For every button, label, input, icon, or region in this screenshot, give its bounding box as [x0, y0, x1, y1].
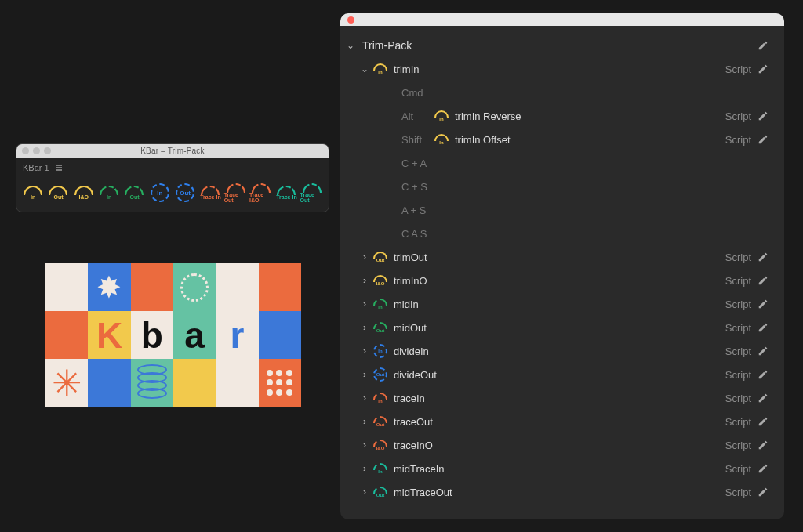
kbar-titlebar[interactable]: KBar – Trim-Pack: [16, 144, 329, 158]
tree-item-label: midTraceOut: [394, 487, 452, 498]
type-label: Script: [725, 346, 751, 357]
type-label: Script: [725, 63, 751, 75]
settings-titlebar[interactable]: [340, 13, 784, 26]
type-label: Script: [725, 369, 751, 381]
chevron-right-icon[interactable]: ›: [358, 440, 372, 451]
edit-icon[interactable]: [758, 134, 768, 145]
tree-item-label: trimOut: [394, 252, 427, 263]
kbar-btn-trimIn[interactable]: In: [21, 180, 45, 205]
edit-icon[interactable]: [758, 322, 768, 333]
tree-item[interactable]: ›InmidInScript: [343, 292, 776, 316]
kbar-btn-midOut[interactable]: Out: [122, 180, 146, 205]
kbar-btn-traceIn[interactable]: Trace In: [198, 180, 222, 205]
kbar-btn-midTraceIn[interactable]: Trace In: [274, 180, 298, 205]
settings-tree: ⌄ Trim-Pack ⌄ In trimIn Script Cmd Alt I…: [340, 26, 784, 512]
script-icon: I&O: [373, 438, 387, 452]
close-icon[interactable]: [347, 16, 354, 24]
kbar-button-strip: InOutI&OInOutInOutTrace InTrace OutTrace…: [16, 177, 329, 212]
kbar-title-text: KBar – Trim-Pack: [140, 147, 205, 155]
script-icon: In: [373, 391, 387, 405]
type-label: Script: [725, 463, 751, 475]
tree-item-label: midTraceIn: [394, 463, 445, 475]
tree-item-label: midOut: [394, 322, 427, 334]
kbar-tab[interactable]: KBar 1: [23, 163, 49, 172]
edit-icon[interactable]: [758, 463, 768, 474]
edit-icon[interactable]: [758, 63, 768, 74]
chevron-right-icon[interactable]: ›: [358, 275, 372, 286]
tree-item[interactable]: ›InmidTraceInScript: [343, 457, 776, 480]
kbar-btn-midTraceOut[interactable]: Trace Out: [300, 180, 324, 205]
tree-item-label: traceInO: [394, 440, 433, 451]
chevron-right-icon[interactable]: ›: [358, 299, 372, 309]
script-icon: In: [373, 297, 387, 311]
chevron-right-icon[interactable]: ›: [358, 369, 372, 380]
script-icon: I&O: [373, 273, 387, 288]
tree-item[interactable]: ›IntraceInScript: [343, 386, 776, 410]
tree-item[interactable]: ›OutdivideOutScript: [343, 363, 776, 386]
type-label: Script: [725, 299, 751, 310]
script-icon: Out: [373, 320, 387, 335]
chevron-right-icon[interactable]: ›: [358, 393, 372, 404]
kbar-btn-midIn[interactable]: In: [97, 180, 121, 205]
modifier-ca-row[interactable]: C + A: [343, 151, 776, 175]
chevron-right-icon[interactable]: ›: [358, 463, 372, 474]
chevron-right-icon[interactable]: ›: [358, 252, 372, 262]
edit-icon[interactable]: [758, 487, 768, 498]
traffic-lights[interactable]: [22, 147, 51, 154]
trimIn-offset-icon: In: [434, 132, 449, 147]
edit-icon[interactable]: [758, 369, 768, 380]
chevron-right-icon[interactable]: ›: [358, 416, 372, 427]
chevron-down-icon[interactable]: ⌄: [358, 63, 372, 74]
script-icon: In: [373, 461, 387, 476]
tree-item-trimIn[interactable]: ⌄ In trimIn Script: [343, 57, 776, 81]
tree-item[interactable]: ›I&OtraceInOScript: [343, 433, 776, 457]
edit-icon[interactable]: [758, 346, 768, 356]
chevron-right-icon[interactable]: ›: [358, 346, 372, 356]
modifier-cmd-row[interactable]: Cmd: [343, 81, 776, 104]
tree-item[interactable]: ›OutmidTraceOutScript: [343, 480, 776, 504]
edit-icon[interactable]: [758, 440, 768, 451]
pack-header-row[interactable]: ⌄ Trim-Pack: [343, 34, 776, 57]
shift-action-label: trimIn Offset: [455, 134, 511, 146]
script-icon: In: [373, 344, 387, 358]
kbar-btn-divideOut[interactable]: Out: [173, 180, 197, 205]
edit-icon[interactable]: [758, 393, 768, 404]
edit-icon[interactable]: [758, 40, 768, 51]
script-icon: Out: [373, 485, 387, 499]
tree-item-label: midIn: [394, 299, 419, 310]
tree-item-label: divideIn: [394, 346, 429, 357]
edit-icon[interactable]: [758, 299, 768, 309]
tree-item-label: divideOut: [394, 369, 437, 381]
tree-item[interactable]: ›OutmidOutScript: [343, 316, 776, 339]
tree-item[interactable]: ›OuttraceOutScript: [343, 410, 776, 433]
tree-item[interactable]: ›IndivideInScript: [343, 339, 776, 363]
edit-icon[interactable]: [758, 252, 768, 262]
modifier-as-row[interactable]: A + S: [343, 198, 776, 222]
modifier-shift-row[interactable]: Shift In trimIn Offset Script: [343, 128, 776, 151]
kbar-btn-trimOut[interactable]: Out: [46, 180, 70, 205]
modifier-alt-row[interactable]: Alt In trimIn Reverse Script: [343, 104, 776, 128]
edit-icon[interactable]: [758, 110, 768, 121]
tree-item-label: trimInO: [394, 275, 427, 287]
chevron-down-icon[interactable]: ⌄: [343, 40, 358, 51]
type-label: Script: [725, 416, 751, 428]
tree-item[interactable]: ›I&OtrimInOScript: [343, 269, 776, 292]
trimIn-icon: In: [373, 62, 387, 76]
kbar-btn-traceOut[interactable]: Trace Out: [224, 180, 248, 205]
kbar-btn-divideIn[interactable]: In: [148, 180, 172, 205]
edit-icon[interactable]: [758, 275, 768, 286]
modifier-cs-row[interactable]: C + S: [343, 175, 776, 198]
kbar-btn-trimInO[interactable]: I&O: [72, 180, 96, 205]
kbar-logo-image: ✸ K b a r ✳: [45, 263, 301, 407]
tree-item[interactable]: ›OuttrimOutScript: [343, 245, 776, 269]
type-label: Script: [725, 393, 751, 404]
edit-icon[interactable]: [758, 416, 768, 427]
chevron-right-icon[interactable]: ›: [358, 487, 372, 498]
modifier-cas-row[interactable]: C A S: [343, 222, 776, 245]
kbar-btn-traceInO[interactable]: Trace I&O: [249, 180, 273, 205]
chevron-right-icon[interactable]: ›: [358, 322, 372, 333]
tree-item-label: trimIn: [394, 63, 420, 75]
type-label: Script: [725, 322, 751, 334]
pack-title: Trim-Pack: [362, 39, 412, 52]
menu-icon[interactable]: [54, 163, 64, 172]
